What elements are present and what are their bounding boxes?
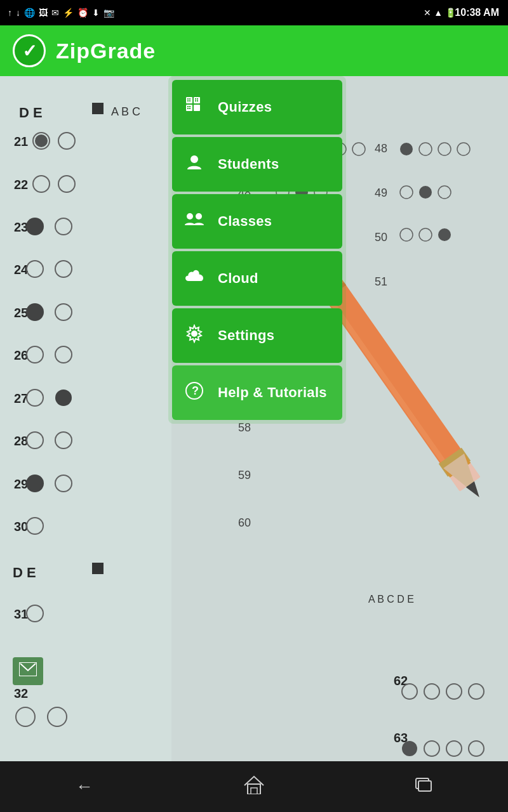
- svg-text:A  B  C  D  E: A B C D E: [368, 594, 414, 605]
- svg-point-53: [402, 741, 417, 756]
- svg-point-88: [419, 186, 432, 199]
- logo-circle: ✓: [13, 34, 46, 67]
- usb-icon: ⚡: [63, 8, 74, 18]
- svg-rect-112: [187, 100, 189, 102]
- quizzes-label: Quizzes: [218, 99, 272, 115]
- svg-rect-120: [187, 108, 189, 109]
- quizzes-icon: [184, 96, 205, 119]
- upload-icon: ↑: [8, 8, 12, 18]
- download2-icon: ⬇: [92, 8, 100, 18]
- svg-point-31: [26, 475, 44, 492]
- svg-point-8: [35, 134, 48, 147]
- signal-off-icon: ✕: [424, 8, 431, 18]
- svg-text:27: 27: [14, 391, 28, 405]
- svg-rect-109: [194, 105, 200, 111]
- classes-icon: [184, 210, 205, 233]
- svg-rect-117: [197, 100, 198, 102]
- svg-rect-110: [187, 98, 189, 100]
- settings-menu-item[interactable]: Settings: [172, 308, 342, 363]
- photo-icon: 🖼: [39, 8, 48, 18]
- svg-text:32: 32: [14, 686, 28, 700]
- svg-text:A  B  C: A B C: [111, 105, 140, 118]
- status-bar: ↑ ↓ 🌐 🖼 ✉ ⚡ ⏰ ⬇ 📷 ✕ ▲ 🔋 10:38 AM: [0, 0, 508, 25]
- svg-text:59: 59: [238, 469, 251, 481]
- cloud-icon: [184, 268, 205, 289]
- students-icon: [184, 153, 205, 176]
- svg-text:49: 49: [375, 187, 387, 199]
- svg-rect-132: [418, 781, 431, 791]
- svg-text:D  E: D E: [19, 105, 43, 121]
- classes-menu-item[interactable]: Classes: [172, 194, 342, 249]
- cloud-menu-item[interactable]: Cloud: [172, 251, 342, 306]
- browser-icon: 🌐: [24, 8, 35, 18]
- help-tutorials-menu-item[interactable]: ? Help & Tutorials: [172, 365, 342, 420]
- camera-icon: 📷: [104, 8, 114, 18]
- svg-text:60: 60: [238, 516, 251, 529]
- status-icons-right: ✕ ▲ 🔋: [424, 8, 456, 18]
- svg-rect-113: [189, 100, 190, 102]
- svg-text:28: 28: [14, 434, 28, 448]
- svg-text:29: 29: [14, 477, 28, 491]
- svg-point-123: [187, 213, 193, 219]
- svg-text:31: 31: [14, 607, 28, 621]
- svg-point-13: [26, 218, 44, 235]
- svg-rect-115: [197, 98, 198, 100]
- quizzes-menu-item[interactable]: Quizzes: [172, 80, 342, 134]
- svg-point-83: [400, 143, 413, 155]
- settings-icon: [184, 324, 205, 348]
- home-button[interactable]: [225, 769, 283, 805]
- svg-rect-119: [189, 106, 190, 107]
- svg-rect-36: [92, 563, 104, 574]
- email-icon[interactable]: [13, 657, 43, 685]
- svg-rect-129: [248, 784, 260, 794]
- alarm-icon: ⏰: [77, 8, 88, 18]
- svg-text:30: 30: [14, 520, 28, 534]
- logo-check: ✓: [22, 41, 37, 62]
- svg-point-122: [190, 155, 198, 163]
- svg-point-19: [26, 303, 44, 321]
- top-bar: ✓ ZipGrade: [0, 25, 508, 76]
- svg-rect-118: [187, 106, 189, 107]
- svg-rect-114: [195, 98, 196, 100]
- cloud-label: Cloud: [218, 270, 258, 287]
- back-button[interactable]: ←: [57, 770, 112, 803]
- svg-rect-116: [195, 100, 196, 102]
- wifi-icon: ▲: [434, 8, 443, 18]
- svg-point-26: [55, 390, 72, 406]
- email-status-icon: ✉: [51, 8, 59, 18]
- svg-rect-130: [251, 788, 257, 794]
- svg-text:22: 22: [14, 178, 28, 192]
- classes-label: Classes: [218, 213, 272, 230]
- svg-text:48: 48: [375, 142, 387, 155]
- status-time: 10:38 AM: [455, 7, 499, 18]
- svg-text:21: 21: [14, 134, 28, 148]
- students-label: Students: [218, 156, 279, 173]
- settings-label: Settings: [218, 327, 274, 344]
- app-title: ZipGrade: [56, 39, 156, 63]
- recent-apps-button[interactable]: [396, 770, 451, 803]
- menu-container: Quizzes Students Classes: [168, 76, 346, 424]
- svg-point-124: [196, 213, 202, 219]
- svg-rect-3: [92, 103, 104, 114]
- svg-point-125: [191, 331, 197, 337]
- help-tutorials-label: Help & Tutorials: [218, 384, 327, 401]
- bottom-nav: ←: [0, 761, 508, 812]
- svg-text:?: ?: [192, 384, 199, 397]
- help-icon: ?: [184, 382, 205, 404]
- svg-text:25: 25: [14, 306, 28, 320]
- svg-text:23: 23: [14, 220, 28, 234]
- svg-rect-121: [189, 108, 190, 109]
- status-icons-left: ↑ ↓ 🌐 🖼 ✉ ⚡ ⏰ ⬇ 📷: [8, 8, 114, 18]
- svg-text:26: 26: [14, 348, 28, 362]
- svg-text:D  E: D E: [13, 565, 36, 580]
- svg-rect-111: [189, 98, 190, 100]
- students-menu-item[interactable]: Students: [172, 137, 342, 192]
- download-icon: ↓: [16, 8, 20, 18]
